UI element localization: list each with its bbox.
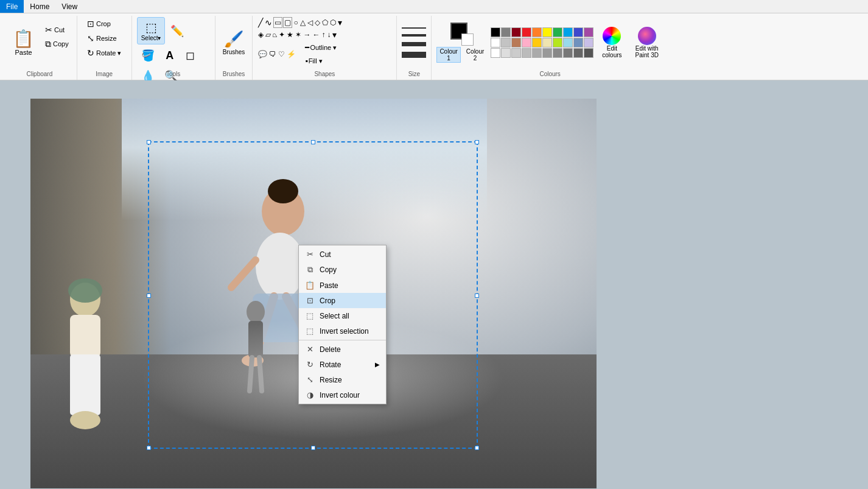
ctx-item-select-all[interactable]: ⬚Select all <box>299 308 386 323</box>
paint-canvas[interactable]: ✂Cut⧉Copy📋Paste⊡Crop⬚Select all⬚Invert s… <box>30 99 597 488</box>
ctx-item-delete[interactable]: ✕Delete <box>299 342 386 357</box>
ctx-item-resize[interactable]: ⤡Resize <box>299 372 386 387</box>
colour-row1-5[interactable] <box>542 27 552 37</box>
shape-pentagon[interactable]: ⬠ <box>321 18 329 27</box>
colour-row2-9[interactable] <box>584 38 593 47</box>
colour-row3-5[interactable] <box>542 48 552 58</box>
ctx-item-invert-colour[interactable]: ◑Invert colour <box>299 387 386 403</box>
colour-row2-8[interactable] <box>573 38 583 47</box>
paste-button[interactable]: 📋 Paste <box>7 26 40 59</box>
colour-row1-3[interactable] <box>522 27 531 37</box>
size-2[interactable] <box>402 34 426 37</box>
ctx-item-rotate[interactable]: ↻Rotate▶ <box>299 357 386 372</box>
ctx-item-crop[interactable]: ⊡Crop <box>299 293 386 308</box>
menu-file[interactable]: File <box>0 0 24 13</box>
colour-row2-6[interactable] <box>553 38 562 47</box>
outline-button[interactable]: ━ Outline ▾ <box>302 41 340 54</box>
shape-lightning[interactable]: ⚡ <box>286 49 296 59</box>
size-1[interactable] <box>402 27 426 29</box>
colour-row2-4[interactable] <box>532 38 542 47</box>
colour-row1-8[interactable] <box>573 27 583 37</box>
colour-row3-1[interactable] <box>501 48 511 58</box>
colour-row3-0[interactable] <box>491 48 500 58</box>
shape-star4[interactable]: ✦ <box>278 30 285 40</box>
ribbon: 📋 Paste ✂ Cut ⧉ Copy Clipboard ⊡ Crop <box>0 13 868 80</box>
colour-row1-0[interactable] <box>491 27 500 37</box>
colour-row3-2[interactable] <box>511 48 521 58</box>
colour-row1-2[interactable] <box>511 27 521 37</box>
shape-arrow-u[interactable]: ↑ <box>321 30 326 40</box>
edit-paint3d-button[interactable]: Edit with Paint 3D <box>631 24 663 61</box>
shape-callout1[interactable]: 💬 <box>257 49 268 59</box>
shape-triangle[interactable]: △ <box>299 18 306 27</box>
colour2-label[interactable]: Colour 2 <box>463 47 487 63</box>
menu-view[interactable]: View <box>55 0 83 13</box>
ctx-label-crop: Crop <box>320 297 335 305</box>
shape-star6[interactable]: ✶ <box>295 30 302 40</box>
colour-row3-6[interactable] <box>553 48 562 58</box>
shape-diamond[interactable]: ◇ <box>314 18 321 27</box>
shape-line[interactable]: ╱ <box>257 17 264 28</box>
fill-shape-button[interactable]: ▪ Fill ▾ <box>302 55 340 67</box>
size-selector[interactable] <box>402 26 426 60</box>
eraser-button[interactable]: ◻ <box>181 46 200 65</box>
shape-arrow-l[interactable]: ← <box>312 30 320 40</box>
menu-home[interactable]: Home <box>24 0 55 13</box>
ctx-icon-invert-selection: ⬚ <box>305 326 315 336</box>
clipboard-group: 📋 Paste ✂ Cut ⧉ Copy Clipboard <box>2 16 77 80</box>
colour-row2-0[interactable] <box>491 38 500 47</box>
colour-row3-7[interactable] <box>563 48 573 58</box>
colour-row1-7[interactable] <box>563 27 573 37</box>
shape-curve[interactable]: ∿ <box>264 17 273 28</box>
shape-parallelogram[interactable]: ▱ <box>265 30 271 40</box>
shape-arrow-r[interactable]: → <box>303 30 311 40</box>
pencil-button[interactable]: ✏️ <box>166 21 188 41</box>
fill-button[interactable]: 🪣 <box>137 46 159 65</box>
colour-row2-3[interactable] <box>522 38 531 47</box>
crop-button[interactable]: ⊡ Crop <box>84 17 114 30</box>
colour-row3-3[interactable] <box>522 48 531 58</box>
size-3[interactable] <box>402 42 426 46</box>
ctx-item-copy[interactable]: ⧉Copy <box>299 262 386 278</box>
edit-colours-button[interactable]: Edit colours <box>597 24 626 61</box>
colour1-label[interactable]: Colour 1 <box>436 47 460 63</box>
colour-row2-1[interactable] <box>501 38 511 47</box>
colour-row1-6[interactable] <box>553 27 562 37</box>
cut-button[interactable]: ✂ Cut <box>42 23 72 37</box>
colour-row1-1[interactable] <box>501 27 511 37</box>
colour-row2-7[interactable] <box>563 38 573 47</box>
copy-icon: ⧉ <box>45 39 51 49</box>
shape-star5[interactable]: ★ <box>286 30 294 40</box>
shapes-more-1[interactable]: ▾ <box>337 17 343 28</box>
shape-roundrect[interactable]: ▢ <box>283 17 292 28</box>
shape-arrow-d[interactable]: ↓ <box>326 30 331 40</box>
colour-row3-9[interactable] <box>584 48 593 58</box>
shape-ellipse[interactable]: ○ <box>293 18 298 27</box>
shapes-more-2[interactable]: ▾ <box>332 29 337 40</box>
text-button[interactable]: A <box>160 46 180 65</box>
brushes-button[interactable]: 🖌️ Brushes <box>220 27 248 58</box>
size-4[interactable] <box>402 52 426 58</box>
crop-icon: ⊡ <box>87 19 94 29</box>
shape-heart[interactable]: ♡ <box>278 49 285 59</box>
select-button[interactable]: ⬚ Select▾ <box>137 17 166 44</box>
shape-trapezoid[interactable]: ⏢ <box>272 30 278 40</box>
ctx-item-paste[interactable]: 📋Paste <box>299 278 386 293</box>
colour1-button[interactable] <box>450 23 474 46</box>
shape-rhombus[interactable]: ◈ <box>257 30 264 40</box>
ctx-item-invert-selection[interactable]: ⬚Invert selection <box>299 323 386 339</box>
resize-button[interactable]: ⤡ Resize <box>84 32 120 45</box>
rotate-button[interactable]: ↻ Rotate ▾ <box>84 46 124 60</box>
colour-row1-9[interactable] <box>584 27 593 37</box>
colour-row2-5[interactable] <box>542 38 552 47</box>
shape-rect[interactable]: ▭ <box>273 17 282 28</box>
shape-hexagon[interactable]: ⬡ <box>329 18 337 27</box>
colour-row3-4[interactable] <box>532 48 542 58</box>
colour-row3-8[interactable] <box>573 48 583 58</box>
shape-rright[interactable]: ◁ <box>307 18 313 27</box>
copy-button[interactable]: ⧉ Copy <box>42 37 72 51</box>
colour-row2-2[interactable] <box>511 38 521 47</box>
colour-row1-4[interactable] <box>532 27 542 37</box>
shape-callout2[interactable]: 🗨 <box>268 49 277 59</box>
ctx-item-cut[interactable]: ✂Cut <box>299 247 386 262</box>
